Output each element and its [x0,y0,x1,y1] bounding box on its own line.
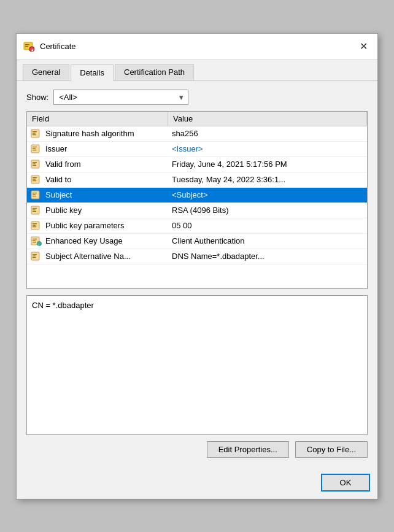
table-row[interactable]: Issuer<Issuer> [27,142,367,157]
svg-rect-42 [33,257,36,258]
field-value: sha256 [168,126,367,141]
header-value: Value [168,112,367,126]
svg-text:↓: ↓ [38,242,40,245]
field-value: <Issuer> [168,142,367,156]
svg-rect-15 [33,163,36,164]
close-button[interactable]: ✕ [355,39,371,55]
tab-general[interactable]: General [23,64,69,80]
svg-rect-22 [33,193,37,193]
content-area: Show: <All> Version 1 Fields Only Extens… [17,81,377,469]
svg-rect-40 [33,254,37,255]
tab-certpath[interactable]: Certification Path [115,64,194,80]
field-name: Subject [45,190,72,199]
svg-rect-27 [33,209,36,210]
field-icon [31,144,42,155]
show-dropdown[interactable]: <All> Version 1 Fields Only Extensions O… [53,90,188,105]
table-row[interactable]: Public key parameters05 00 [27,218,367,234]
table-row[interactable]: Public keyRSA (4096 Bits) [27,203,367,218]
svg-rect-1 [25,44,29,45]
action-buttons: Edit Properties... Copy to File... [26,435,368,460]
header-field: Field [27,112,168,126]
field-value: RSA (4096 Bits) [168,203,367,218]
table-row[interactable]: Subject<Subject> [27,188,367,203]
show-label: Show: [26,93,48,102]
table-row[interactable]: Valid fromFriday, June 4, 2021 5:17:56 P… [27,157,367,172]
field-value: Client Authentication [168,234,367,249]
svg-rect-35 [33,240,36,241]
show-row: Show: <All> Version 1 Fields Only Extens… [26,90,368,105]
copy-to-file-button[interactable]: Copy to File... [295,441,368,458]
svg-rect-32 [33,226,36,227]
table-row[interactable]: Valid toTuesday, May 24, 2022 3:36:1... [27,172,367,188]
svg-rect-14 [33,162,37,163]
svg-rect-36 [33,242,36,242]
svg-rect-28 [33,211,36,212]
svg-rect-20 [33,180,36,181]
field-name: Public key parameters [45,221,125,230]
svg-rect-23 [33,194,36,195]
field-name: Valid to [45,175,71,184]
field-icon [31,190,42,201]
svg-rect-16 [33,165,36,166]
field-name: Signature hash algorithm [45,129,134,138]
ok-button[interactable]: OK [321,474,370,492]
svg-rect-30 [33,223,37,224]
show-dropdown-wrap: <All> Version 1 Fields Only Extensions O… [53,90,188,105]
field-name: Subject Alternative Na... [45,252,131,261]
field-value: <Subject> [168,188,367,202]
svg-rect-34 [33,239,37,239]
svg-rect-6 [33,131,37,132]
table-row[interactable]: Subject Alternative Na...DNS Name=*.dbad… [27,249,367,264]
field-name: Issuer [45,144,67,153]
svg-rect-11 [33,148,36,148]
tab-details[interactable]: Details [71,64,114,81]
edit-properties-button[interactable]: Edit Properties... [207,441,289,458]
svg-rect-8 [33,134,36,135]
field-icon [31,174,42,185]
svg-rect-18 [33,177,37,178]
field-icon [31,159,42,170]
certificate-dialog: ★ Certificate ✕ General Details Certific… [16,33,378,499]
svg-rect-12 [33,150,36,150]
svg-rect-41 [33,255,36,256]
svg-rect-19 [33,179,36,179]
table-body: Signature hash algorithmsha256 Issuer<Is… [27,126,367,288]
ok-row: OK [17,469,377,499]
title-bar: ★ Certificate ✕ [17,34,377,60]
field-name: Public key [45,206,82,215]
detail-text-box: CN = *.dbadapter [26,295,368,435]
svg-rect-7 [33,133,36,133]
window-title: Certificate [40,42,355,51]
field-icon [31,128,42,139]
table-header: Field Value [27,112,367,126]
table-row[interactable]: Signature hash algorithmsha256 [27,126,367,142]
field-icon [31,251,42,262]
svg-rect-24 [33,196,36,196]
svg-rect-26 [33,208,37,209]
field-icon [31,220,42,231]
field-value: Friday, June 4, 2021 5:17:56 PM [168,157,367,172]
table-row[interactable]: ↓ Enhanced Key UsageClient Authenticatio… [27,234,367,249]
tab-bar: General Details Certification Path [17,60,377,81]
field-name: Enhanced Key Usage [45,236,123,245]
field-table: Field Value Signature hash algorithmsha2… [26,111,368,289]
field-value: DNS Name=*.dbadapter... [168,249,367,264]
svg-rect-10 [33,147,37,147]
field-name: Valid from [45,160,81,169]
certificate-icon: ★ [23,40,35,53]
svg-rect-31 [33,225,36,225]
field-icon [31,205,42,216]
field-icon: ↓ [31,236,42,247]
field-value: Tuesday, May 24, 2022 3:36:1... [168,172,367,187]
field-value: 05 00 [168,218,367,233]
svg-rect-2 [25,46,28,47]
